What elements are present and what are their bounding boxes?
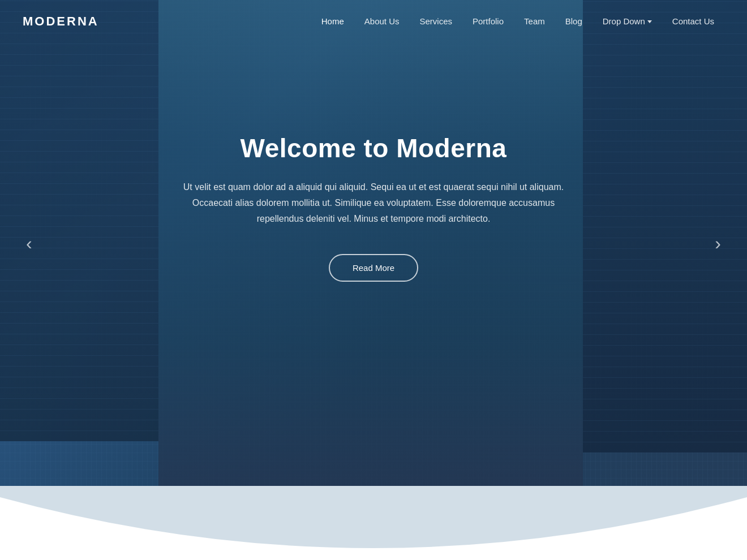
nav-link-dropdown[interactable]: Drop Down <box>603 16 652 26</box>
hero-content: Welcome to Moderna Ut velit est quam dol… <box>0 133 747 282</box>
logo: MODERNA <box>23 14 99 29</box>
nav-link-home[interactable]: Home <box>321 16 344 26</box>
nav-links: Home About Us Services Portfolio Team Bl… <box>311 16 724 27</box>
nav-item-about[interactable]: About Us <box>354 16 410 27</box>
nav-link-about[interactable]: About Us <box>364 16 400 26</box>
hero-subtitle: Ut velit est quam dolor ad a aliquid qui… <box>181 179 566 227</box>
wave-transition <box>0 486 747 559</box>
nav-item-blog[interactable]: Blog <box>555 16 593 27</box>
carousel-prev-button[interactable]: ‹ <box>17 227 41 260</box>
nav-item-contact[interactable]: Contact Us <box>662 16 724 27</box>
carousel-next-button[interactable]: › <box>706 227 730 260</box>
nav-item-portfolio[interactable]: Portfolio <box>462 16 514 27</box>
hero-section: MODERNA Home About Us Services Portfolio… <box>0 0 747 486</box>
nav-item-services[interactable]: Services <box>409 16 462 27</box>
nav-link-blog[interactable]: Blog <box>565 16 582 26</box>
nav-link-contact[interactable]: Contact Us <box>672 16 714 26</box>
nav-item-dropdown[interactable]: Drop Down <box>593 16 662 26</box>
chevron-down-icon <box>647 20 652 23</box>
nav-link-team[interactable]: Team <box>524 16 545 26</box>
read-more-button[interactable]: Read More <box>329 254 418 282</box>
nav-link-portfolio[interactable]: Portfolio <box>473 16 504 26</box>
nav-item-home[interactable]: Home <box>311 16 354 27</box>
nav-link-services[interactable]: Services <box>419 16 452 26</box>
nav-item-team[interactable]: Team <box>514 16 555 27</box>
navbar: MODERNA Home About Us Services Portfolio… <box>0 0 747 42</box>
hero-title: Welcome to Moderna <box>241 133 507 163</box>
